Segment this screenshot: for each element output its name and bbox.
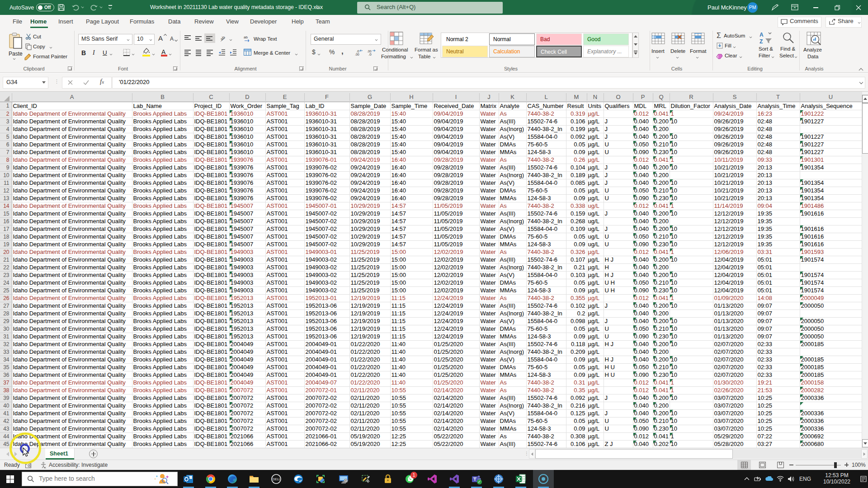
svg-text:A: A [760, 32, 764, 38]
svg-text:ab: ab [220, 35, 226, 42]
svg-text:Z: Z [760, 38, 763, 44]
svg-text:ab: ab [244, 35, 248, 39]
svg-text:.0: .0 [368, 52, 372, 56]
svg-text:.00: .00 [355, 53, 359, 56]
svg-text:DELL: DELL [273, 478, 281, 481]
